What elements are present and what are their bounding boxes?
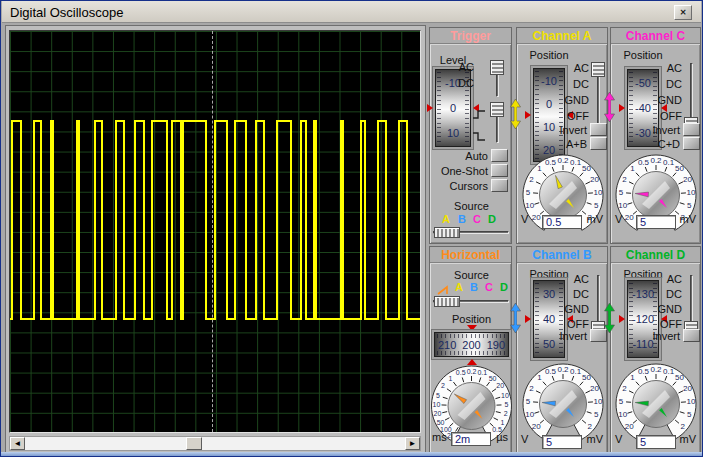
channel-d-invert-button[interactable] xyxy=(683,329,700,342)
window-bottom-border xyxy=(1,452,703,456)
svg-text:10: 10 xyxy=(686,397,695,406)
svg-text:50: 50 xyxy=(675,164,684,173)
gnd-label: GND xyxy=(557,94,589,106)
source-label: Source xyxy=(430,200,513,212)
gauge-label: 10 xyxy=(447,127,459,139)
gauge-label: 0 xyxy=(450,102,456,114)
ac-label: AC xyxy=(650,62,682,74)
gauge-label: 40 xyxy=(543,313,555,325)
scroll-left-button[interactable]: ◄ xyxy=(10,437,25,450)
svg-text:10: 10 xyxy=(525,201,534,210)
svg-text:20: 20 xyxy=(683,175,692,184)
channel-a-value[interactable]: 0.5 xyxy=(542,215,582,229)
position-label: Position xyxy=(521,49,577,61)
svg-text:1: 1 xyxy=(630,373,635,382)
waveform-polyline xyxy=(10,121,421,319)
svg-text:1: 1 xyxy=(537,164,542,173)
trigger-source-slider[interactable] xyxy=(433,227,509,239)
close-button[interactable]: ✕ xyxy=(674,5,692,20)
channel-c-position-arrow[interactable] xyxy=(604,92,615,124)
svg-text:10: 10 xyxy=(686,188,695,197)
channel-a-invert-button[interactable] xyxy=(590,123,607,136)
mv-unit-label: mV xyxy=(587,213,604,225)
channel-d-title: Channel D xyxy=(611,247,700,264)
switch-knob[interactable] xyxy=(490,102,504,117)
svg-text:0.5: 0.5 xyxy=(638,367,650,376)
scope-screen[interactable] xyxy=(9,30,421,433)
channel-b-value[interactable]: 5 xyxy=(542,435,582,449)
source-a-label: A xyxy=(442,213,450,225)
svg-text:0.2: 0.2 xyxy=(467,368,477,375)
v-unit-label: V xyxy=(521,433,528,445)
channel-d-panel: Channel D Position -130 -120 -110 AC DC … xyxy=(610,246,701,454)
cursors-button[interactable] xyxy=(491,179,508,192)
left-arrow-icon: ◄ xyxy=(14,439,22,448)
slider-knob[interactable] xyxy=(591,62,605,77)
gauge-marker-left xyxy=(619,104,625,112)
svg-text:0.5: 0.5 xyxy=(545,367,557,376)
source-a-label: A xyxy=(455,281,463,293)
dc-label: DC xyxy=(557,78,589,90)
switch-knob[interactable] xyxy=(490,60,504,75)
time-cursor[interactable] xyxy=(212,31,213,432)
scroll-thumb[interactable] xyxy=(186,437,202,450)
channel-c-value[interactable]: 5 xyxy=(636,215,676,229)
svg-text:10: 10 xyxy=(501,392,509,399)
off-label: OFF xyxy=(557,110,589,122)
svg-text:5: 5 xyxy=(619,397,624,406)
horizontal-scrollbar[interactable]: ◄ ► xyxy=(9,436,421,451)
trigger-coupling-switch[interactable] xyxy=(489,60,506,98)
channel-d-value[interactable]: 5 xyxy=(636,435,676,449)
channel-b-title: Channel B xyxy=(517,247,607,264)
invert-label: Invert xyxy=(611,124,680,136)
svg-text:10: 10 xyxy=(593,397,602,406)
one-shot-button[interactable] xyxy=(491,164,508,177)
svg-text:0.5: 0.5 xyxy=(456,369,466,376)
timebase-value[interactable]: 2m xyxy=(451,432,491,446)
svg-text:2: 2 xyxy=(529,175,534,184)
source-b-label: B xyxy=(458,213,466,225)
source-b-label: B xyxy=(470,281,478,293)
horizontal-position-gauge[interactable]: 210 200 190 xyxy=(434,332,509,357)
off-label: OFF xyxy=(557,318,589,330)
slider-knob[interactable] xyxy=(434,227,460,238)
svg-text:10: 10 xyxy=(433,401,441,408)
svg-text:0.5: 0.5 xyxy=(545,158,557,167)
svg-text:20: 20 xyxy=(683,384,692,393)
channel-c-coupling-slider[interactable] xyxy=(683,62,700,132)
trigger-title: Trigger xyxy=(430,28,511,45)
gnd-label: GND xyxy=(650,303,682,315)
channel-c-invert-button[interactable] xyxy=(683,123,700,136)
channel-c-title: Channel C xyxy=(611,28,700,45)
right-arrow-icon: ► xyxy=(409,439,417,448)
svg-text:20: 20 xyxy=(433,410,441,417)
channel-d-coupling-slider[interactable] xyxy=(683,274,700,336)
svg-text:5: 5 xyxy=(687,201,692,210)
one-shot-label: One-Shot xyxy=(430,165,488,177)
source-c-label: C xyxy=(485,281,493,293)
channel-a-sum-button[interactable] xyxy=(590,137,607,150)
svg-text:0.2: 0.2 xyxy=(650,365,662,374)
title-bar[interactable]: Digital Oscilloscope ✕ xyxy=(2,1,701,23)
window-title: Digital Oscilloscope xyxy=(2,5,123,20)
horizontal-source-slider[interactable] xyxy=(433,296,509,308)
svg-text:20: 20 xyxy=(590,175,599,184)
channel-c-panel: Channel C Position -50 -40 -30 AC DC GND… xyxy=(610,27,701,244)
scope-bezel: ◄ ► xyxy=(5,25,426,454)
trigger-edge-switch[interactable] xyxy=(489,102,506,144)
slider-knob[interactable] xyxy=(434,296,460,307)
mv-unit-label: mV xyxy=(680,213,697,225)
scroll-right-button[interactable]: ► xyxy=(405,437,420,450)
auto-button[interactable] xyxy=(491,149,508,162)
ms-unit-label: ms xyxy=(432,431,447,443)
svg-text:10: 10 xyxy=(618,201,627,210)
sum-label: C+D xyxy=(611,138,680,150)
svg-text:5: 5 xyxy=(594,410,599,419)
svg-text:0.1: 0.1 xyxy=(570,367,582,376)
channel-c-sum-button[interactable] xyxy=(683,137,700,150)
ac-label: AC xyxy=(557,62,589,74)
dc-label: DC xyxy=(557,288,589,300)
svg-text:20: 20 xyxy=(590,384,599,393)
svg-text:5: 5 xyxy=(526,188,531,197)
gauge-marker-left xyxy=(427,104,433,112)
